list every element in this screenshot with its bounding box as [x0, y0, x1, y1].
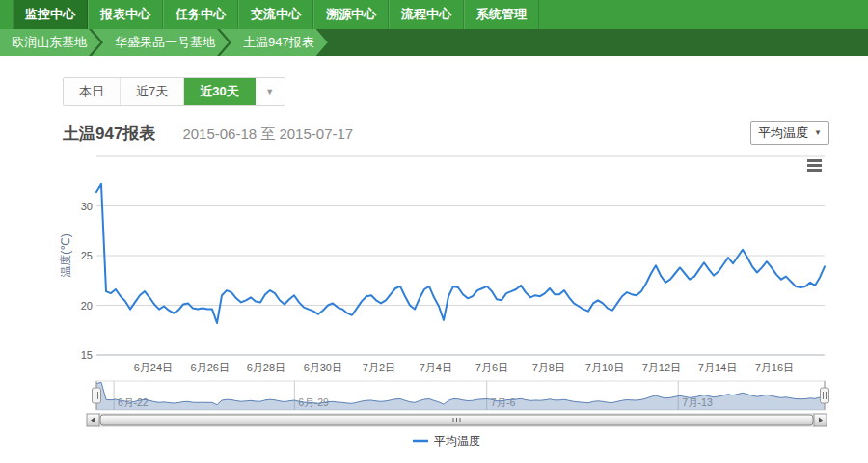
page-title: 土温947报表 [63, 124, 155, 143]
x-axis-tick-label: 6月26日 [191, 362, 230, 373]
nav-item-system-admin[interactable]: 系统管理 [464, 0, 539, 29]
nav-item-reports[interactable]: 报表中心 [88, 0, 163, 29]
legend-item-avg-temperature[interactable]: 平均温度 [434, 434, 480, 448]
report-header: 土温947报表2015-06-18 至 2015-07-17 平均温度 ▼ [63, 123, 829, 148]
x-axis-tick-label: 7月14日 [698, 362, 737, 373]
nav-item-workflow[interactable]: 流程中心 [389, 0, 464, 29]
x-axis-tick-label: 6月24日 [134, 362, 173, 373]
main-nav: 监控中心 报表中心 任务中心 交流中心 溯源中心 流程中心 系统管理 [0, 0, 868, 29]
chevron-down-icon: ▼ [814, 128, 822, 137]
tab-last-7-days[interactable]: 近7天 [121, 78, 184, 105]
nav-item-communication[interactable]: 交流中心 [238, 0, 313, 29]
tab-dropdown-button[interactable]: ▼ [256, 78, 285, 105]
y-axis-tick-label: 20 [81, 300, 93, 312]
x-axis-tick-label: 7月10日 [585, 362, 624, 373]
chart-plot-area[interactable] [96, 156, 825, 355]
nav-item-traceability[interactable]: 溯源中心 [313, 0, 389, 29]
temperature-chart: 15202530温度(℃)6月24日6月26日6月28日6月30日7月2日7月4… [0, 151, 868, 455]
metric-select-value: 平均温度 [758, 124, 808, 142]
navigator-right-handle[interactable] [821, 388, 829, 403]
y-axis-tick-label: 15 [81, 349, 93, 361]
navigator-left-handle[interactable] [93, 388, 101, 403]
breadcrumb-item-report[interactable]: 土温947报表 [220, 29, 328, 56]
x-axis-tick-label: 7月12日 [642, 362, 681, 373]
y-axis-title: 温度(℃) [59, 233, 72, 277]
breadcrumb-item-sub-base[interactable]: 华盛果品一号基地 [92, 29, 229, 56]
x-axis-tick-label: 7月8日 [532, 362, 565, 373]
x-axis-tick-label: 6月30日 [304, 362, 342, 373]
x-axis-tick-label: 7月2日 [363, 362, 395, 373]
tab-last-30-days[interactable]: 近30天 [184, 78, 255, 105]
chart-container: 15202530温度(℃)6月24日6月26日6月28日6月30日7月2日7月4… [0, 151, 868, 459]
tab-today[interactable]: 本日 [64, 78, 121, 105]
y-axis-tick-label: 25 [81, 250, 93, 261]
breadcrumb-item-base[interactable]: 欧润山东基地 [0, 29, 100, 56]
y-axis-tick-label: 30 [81, 201, 93, 212]
breadcrumb: 欧润山东基地 华盛果品一号基地 土温947报表 [0, 29, 868, 56]
metric-select[interactable]: 平均温度 ▼ [750, 121, 829, 145]
x-axis-tick-label: 7月16日 [755, 362, 794, 373]
date-range-tabs: 本日 近7天 近30天 ▼ [63, 77, 285, 106]
x-axis-tick-label: 6月28日 [247, 362, 285, 373]
chevron-down-icon: ▼ [265, 87, 274, 96]
x-axis-tick-label: 7月4日 [420, 362, 452, 373]
date-range-label: 2015-06-18 至 2015-07-17 [182, 125, 353, 142]
x-axis-tick-label: 7月6日 [475, 362, 508, 373]
nav-item-tasks[interactable]: 任务中心 [163, 0, 238, 29]
nav-item-monitoring[interactable]: 监控中心 [13, 0, 88, 29]
